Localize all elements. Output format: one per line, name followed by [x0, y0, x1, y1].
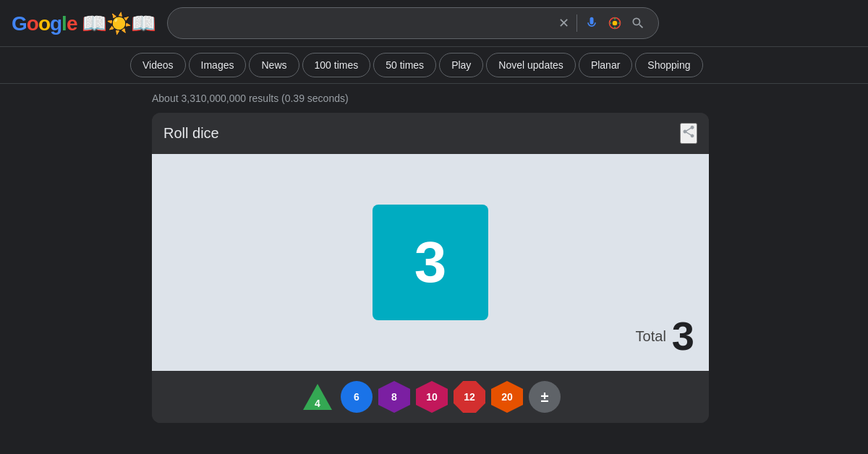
header: Google 📖☀️📖 roll a die ✕ [0, 0, 868, 47]
svg-point-1 [613, 21, 618, 26]
mic-button[interactable] [583, 14, 600, 32]
dice-d6-button[interactable]: 6 [341, 381, 373, 413]
tab-50times[interactable]: 50 times [373, 53, 436, 77]
dice-face[interactable]: 3 [373, 205, 488, 320]
doodle-icons: 📖☀️📖 [77, 12, 156, 35]
svg-text:4: 4 [315, 398, 320, 409]
total-display: Total 3 [636, 316, 694, 356]
google-logo: Google 📖☀️📖 [12, 12, 156, 35]
total-value: 3 [672, 316, 694, 356]
tab-100times[interactable]: 100 times [302, 53, 371, 77]
total-text-label: Total [636, 328, 666, 345]
tab-news[interactable]: News [249, 53, 299, 77]
search-action-icons: ✕ [557, 14, 647, 33]
tab-novel-updates[interactable]: Novel updates [486, 53, 576, 77]
dice-d12-button[interactable]: 12 [454, 381, 485, 413]
tab-videos[interactable]: Videos [130, 53, 186, 77]
dice-d4-button[interactable]: 4 [300, 380, 335, 414]
lens-button[interactable] [606, 14, 624, 32]
search-button[interactable] [629, 14, 647, 32]
dice-d20-button[interactable]: 20 [491, 381, 523, 413]
dice-selector: 4 6 8 10 12 20 [152, 371, 709, 423]
search-input[interactable]: roll a die [179, 17, 551, 30]
dice-card: Roll dice 3 Total 3 4 [152, 113, 709, 423]
nav-tabs: Videos Images News 100 times 50 times Pl… [0, 47, 868, 84]
dice-custom-button[interactable]: ± [529, 381, 561, 413]
clear-button[interactable]: ✕ [557, 14, 571, 33]
tab-play[interactable]: Play [439, 53, 483, 77]
results-count: About 3,310,000,000 results (0.39 second… [152, 93, 856, 104]
share-button[interactable] [680, 123, 697, 144]
dice-area[interactable]: 3 Total 3 [152, 154, 709, 371]
tab-shopping[interactable]: Shopping [635, 53, 702, 77]
dice-d8-button[interactable]: 8 [378, 381, 410, 413]
divider [576, 14, 577, 32]
card-title: Roll dice [163, 125, 219, 142]
search-bar[interactable]: roll a die ✕ [167, 7, 659, 39]
main-content: About 3,310,000,000 results (0.39 second… [0, 84, 868, 423]
tab-planar[interactable]: Planar [579, 53, 632, 77]
dice-d10-button[interactable]: 10 [416, 381, 448, 413]
card-header: Roll dice [152, 113, 709, 154]
tab-images[interactable]: Images [189, 53, 247, 77]
